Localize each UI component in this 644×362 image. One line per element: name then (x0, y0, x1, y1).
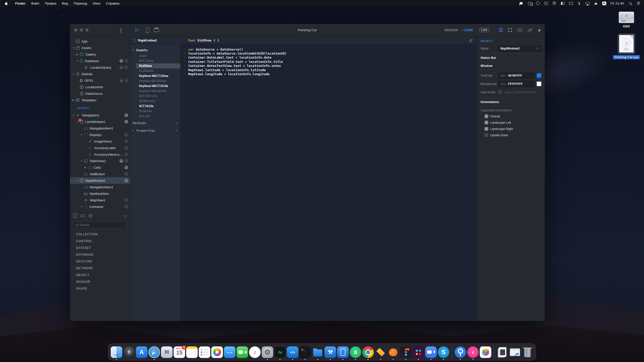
name-field[interactable]: 43 (498, 46, 541, 52)
add-icon[interactable] (125, 179, 128, 182)
activity-monitor-dock-icon[interactable]: ⋀⋁ (274, 346, 286, 358)
tree-item[interactable]: NavBackItem (70, 190, 130, 197)
slack-dock-icon[interactable] (413, 346, 424, 358)
chrome-dock-icon[interactable] (362, 346, 374, 358)
photos-dock-icon[interactable] (211, 346, 223, 358)
disclosure-triangle[interactable] (76, 53, 80, 56)
code-line[interactable]: 2 locationInfo = dataSource.locationWith… (181, 51, 477, 55)
event-item[interactable]: KeyboardWillShow (136, 73, 180, 78)
search-input[interactable] (79, 223, 125, 227)
figma-dock-icon[interactable] (400, 346, 412, 358)
tree-item[interactable]: AddButton (70, 171, 130, 177)
sidebar-search-icon[interactable] (121, 28, 121, 32)
tree-item[interactable]: App (70, 38, 130, 44)
tree-item[interactable]: Display1 (70, 131, 130, 138)
display-mirroring-icon[interactable] (569, 1, 573, 6)
event-item[interactable]: Load (136, 53, 180, 58)
menu-bar-item[interactable]: Справка (103, 0, 122, 7)
zoom-dock-icon[interactable] (425, 346, 437, 358)
itunes-dock-icon[interactable]: ♪ (249, 346, 261, 358)
desktop-icon-osx[interactable]: OSX (619, 12, 634, 28)
visibility-inspector-icon[interactable]: ◈ (538, 28, 541, 32)
zoom-window-button[interactable] (85, 28, 89, 32)
event-item[interactable]: DidRotate (136, 99, 180, 104)
window-titlebar[interactable]: ▷ Parking Car DESIGN | CODE LOG ◈ (70, 24, 545, 36)
system-preferences-dock-icon[interactable]: ⚙ (262, 346, 273, 358)
play-circle-icon[interactable] (119, 79, 123, 82)
event-item[interactable]: DidShake (136, 68, 180, 73)
android-studio-dock-icon[interactable]: ∆ (350, 346, 361, 358)
control-filter-icon[interactable] (80, 215, 85, 217)
event-item[interactable]: DidHide (136, 109, 180, 114)
disclosure-triangle[interactable] (80, 134, 84, 136)
fox-app-dock-icon[interactable] (387, 346, 399, 358)
tree-item[interactable]: MapView1 (70, 197, 130, 203)
launchpad-dock-icon[interactable]: ⠿ (123, 346, 135, 358)
tree-item[interactable]: Gallery (70, 51, 130, 58)
name-input[interactable] (500, 47, 539, 50)
menu-bar-item[interactable]: Переход (71, 0, 90, 7)
tint-color-swatch[interactable] (537, 73, 541, 78)
facetime-dock-icon[interactable] (236, 346, 248, 358)
files-dock-icon[interactable] (312, 346, 324, 358)
orientation-checkbox[interactable] (485, 133, 488, 137)
event-item[interactable]: WillHide (136, 104, 180, 109)
event-item[interactable]: DidShow (136, 63, 180, 68)
device-preview-icon[interactable] (146, 28, 149, 33)
event-item[interactable]: KeyboardDidHide (136, 88, 180, 94)
terminal-dock-icon[interactable]: >_ (299, 346, 311, 358)
library-category[interactable]: NETWORK (70, 265, 130, 272)
menu-bar-item[interactable]: Правка (42, 0, 59, 7)
background-hex-field[interactable]: HEX FFFFFFFF (498, 81, 535, 87)
add-icon[interactable] (125, 166, 128, 169)
connection-circle-icon[interactable] (125, 140, 128, 143)
bluetooth-icon[interactable]: ᛒ (577, 1, 581, 6)
add-property-icon[interactable]: + (175, 128, 177, 132)
add-icon[interactable] (119, 159, 123, 163)
connection-circle-icon[interactable] (125, 133, 128, 137)
menu-bar-item[interactable]: Окно (90, 0, 103, 7)
library-category[interactable]: CONTROL (70, 238, 130, 244)
tree-item[interactable]: NavigationItem1 (70, 125, 130, 131)
window-section-header[interactable]: Window (477, 62, 545, 70)
library-category[interactable]: OBJECT (70, 272, 130, 278)
password-app-dock-icon[interactable] (455, 346, 466, 358)
code-mode-button[interactable]: CODE (463, 28, 473, 32)
notification-center-icon[interactable]: ☰ (636, 1, 640, 6)
style-inspector-icon[interactable] (517, 28, 522, 32)
disclosure-triangle[interactable] (76, 179, 80, 182)
design-mode-button[interactable]: DESIGN (445, 28, 458, 32)
documents-stack-dock-icon[interactable] (497, 346, 508, 358)
connection-circle-icon[interactable] (125, 153, 128, 156)
app-store-dock-icon[interactable]: A (136, 346, 147, 358)
trash-dock-icon[interactable] (522, 346, 533, 358)
library-search[interactable] (73, 221, 127, 228)
tree-item[interactable]: DataSource (70, 90, 130, 97)
creative-cloud-icon[interactable] (536, 1, 540, 6)
camera-icon[interactable] (544, 1, 548, 6)
library-category[interactable]: DATASET (70, 244, 130, 251)
finder-dock-icon[interactable] (111, 346, 122, 358)
tree-item[interactable]: Templates (70, 97, 130, 103)
disclosure-triangle[interactable] (80, 206, 84, 208)
device-filter-icon[interactable] (73, 213, 76, 218)
tree-item[interactable]: Database (70, 58, 130, 64)
properties-section[interactable]: Properties + (130, 127, 180, 134)
methods-section[interactable]: Methods + (130, 120, 180, 126)
skype-dock-icon[interactable]: S (438, 346, 449, 358)
code-line[interactable]: 7 MapView1.longitude = locationInfo.long… (181, 72, 477, 76)
menu-bar-item[interactable]: Вид (59, 0, 71, 7)
tree-item[interactable]: LocationInfo (70, 84, 130, 90)
add-icon[interactable] (119, 59, 123, 63)
mail-dock-icon[interactable]: ✉ (161, 346, 173, 358)
menu-bar-item[interactable]: Finder (12, 0, 28, 7)
calendar-dock-icon[interactable]: МАРТ 15 2 (174, 346, 185, 358)
connection-circle-icon[interactable] (125, 79, 128, 82)
library-category[interactable]: COLLECTION (70, 231, 130, 238)
airplay-icon[interactable] (586, 1, 590, 6)
event-item[interactable]: KeyboardWillHide (136, 83, 180, 88)
add-icon[interactable] (125, 120, 128, 123)
disclosure-triangle[interactable] (80, 160, 84, 162)
add-icon[interactable] (125, 113, 128, 117)
connection-circle-icon[interactable] (125, 172, 128, 176)
